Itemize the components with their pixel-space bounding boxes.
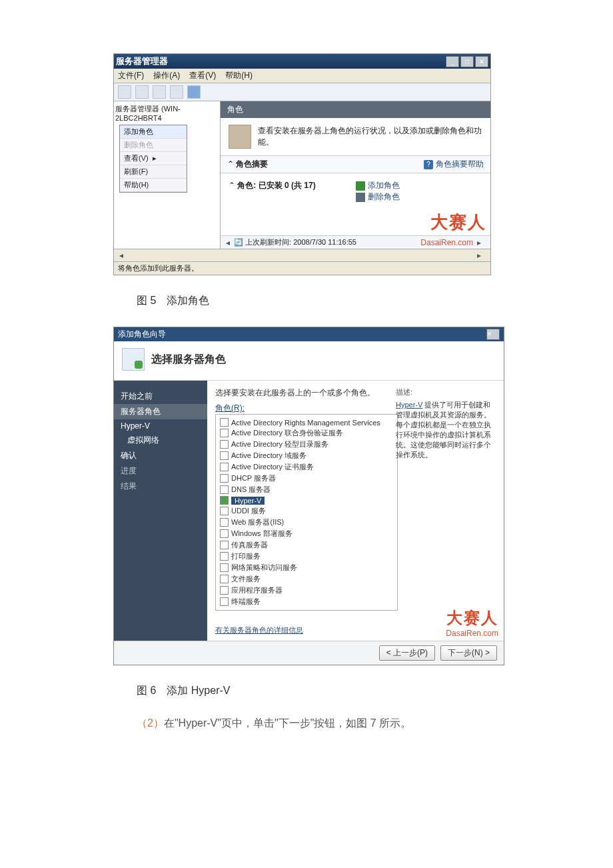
- menu-help[interactable]: 帮助(H): [225, 70, 253, 81]
- role-item: DHCP 服务器: [220, 473, 393, 484]
- ctx-add-role[interactable]: 添加角色: [120, 125, 187, 139]
- watermark-url: DasaiRen.com: [420, 238, 473, 247]
- nav-step: 结果: [114, 479, 207, 494]
- help-icon[interactable]: [187, 85, 201, 99]
- content-banner: 查看安装在服务器上角色的运行状况，以及添加或删除角色和功能。: [221, 118, 490, 156]
- desc-link[interactable]: Hyper-V: [396, 401, 422, 409]
- role-item: DNS 服务器: [220, 484, 393, 495]
- scroll-right-icon[interactable]: ▸: [477, 238, 481, 247]
- role-item: UDDI 服务: [220, 505, 393, 517]
- role-description: 描述: Hyper-V 提供了可用于创建和管理虚拟机及其资源的服务。每个虚拟机都…: [396, 387, 496, 460]
- wizard-titlebar: 添加角色向导 ×: [114, 327, 504, 341]
- role-item: 打印服务: [220, 551, 393, 562]
- close-button[interactable]: ×: [486, 329, 500, 340]
- nav-step[interactable]: 确认: [114, 448, 207, 463]
- help-icon: ?: [424, 160, 433, 169]
- role-item: 网络策略和访问服务: [220, 562, 393, 573]
- section-toggle[interactable]: ⌃ 角色: 已安装 0 (共 17): [229, 180, 316, 191]
- add-role-link[interactable]: 添加角色: [356, 180, 400, 191]
- wizard-title: 添加角色向导: [118, 329, 166, 340]
- role-item: Active Directory 证书服务: [220, 461, 393, 473]
- nav-step[interactable]: 虚拟网络: [114, 433, 207, 448]
- nav-forward-icon[interactable]: [135, 85, 149, 99]
- watermark: 大赛人: [221, 209, 490, 235]
- scroll-left-icon[interactable]: ◂: [119, 251, 123, 260]
- menu-view[interactable]: 查看(V): [189, 70, 216, 81]
- nav-step[interactable]: Hyper-V: [114, 419, 207, 433]
- content-header: 角色: [221, 101, 490, 118]
- more-info-link[interactable]: 有关服务器角色的详细信息: [215, 625, 303, 635]
- role-item: Active Directory 联合身份验证服务: [220, 427, 393, 439]
- ctx-refresh[interactable]: 刷新(F): [120, 165, 187, 179]
- roles-listbox[interactable]: Active Directory Rights Management Servi…: [215, 414, 398, 611]
- ctx-view[interactable]: 查看(V) ▸: [120, 152, 187, 165]
- roles-icon: [229, 125, 251, 149]
- window-titlebar: 服务器管理器 _ □ ×: [114, 54, 490, 69]
- banner-text: 查看安装在服务器上角色的运行状况，以及添加或删除角色和功能。: [258, 125, 482, 148]
- context-menu: 添加角色 删除角色 查看(V) ▸ 刷新(F) 帮助(H): [119, 125, 187, 193]
- screenshot-add-role-wizard: 添加角色向导 × 选择服务器角色 开始之前 服务器角色 Hyper-V 虚拟网络…: [113, 327, 504, 665]
- wizard-footer: < 上一步(P) 下一步(N) >: [114, 641, 504, 665]
- window-title: 服务器管理器: [116, 55, 168, 67]
- role-item: 传真服务器: [220, 539, 393, 551]
- tree-root[interactable]: 服务器管理器 (WIN-2LBC2HBRT4: [115, 104, 219, 122]
- next-button[interactable]: 下一步(N) >: [440, 645, 497, 661]
- refresh-time: 🔄 上次刷新时间: 2008/7/30 11:16:55: [234, 237, 356, 247]
- section-toggle[interactable]: ⌃ 角色摘要: [227, 159, 268, 170]
- role-item: Active Directory 轻型目录服务: [220, 439, 393, 450]
- role-item: Web 服务器(IIS): [220, 517, 393, 528]
- screenshot-server-manager: 服务器管理器 _ □ × 文件(F) 操作(A) 查看(V) 帮助(H) 服务器…: [113, 53, 491, 275]
- ctx-help[interactable]: 帮助(H): [120, 179, 187, 192]
- menu-action[interactable]: 操作(A): [153, 70, 180, 81]
- add-icon: [356, 181, 365, 191]
- scroll-left-icon[interactable]: ◂: [226, 238, 230, 247]
- role-item: Windows 部署服务: [220, 528, 393, 539]
- scroll-right-icon[interactable]: ▸: [477, 251, 481, 260]
- summary-help-link[interactable]: ? 角色摘要帮助: [424, 159, 484, 170]
- role-item: Active Directory 域服务: [220, 450, 393, 461]
- role-item-selected: Hyper-V: [220, 495, 393, 505]
- nav-step[interactable]: 开始之前: [114, 389, 207, 404]
- nav-step: 进度: [114, 463, 207, 479]
- wizard-icon: [122, 348, 145, 371]
- figure-caption: 图 6 添加 Hyper-V: [137, 684, 573, 698]
- checkbox-checked-icon: [220, 496, 229, 505]
- toolbar-icon[interactable]: [153, 85, 166, 99]
- delete-icon: [356, 193, 365, 202]
- close-button[interactable]: ×: [475, 56, 488, 67]
- toolbar: [114, 83, 490, 101]
- role-item: 文件服务: [220, 573, 393, 585]
- toolbar-icon[interactable]: [170, 85, 183, 99]
- wizard-main: 选择要安装在此服务器上的一个或多个角色。 角色(R): Active Direc…: [207, 381, 504, 641]
- delete-role-link[interactable]: 删除角色: [356, 191, 400, 203]
- figure-caption: 图 5 添加角色: [137, 294, 573, 308]
- nav-step-selected[interactable]: 服务器角色: [114, 404, 207, 419]
- ctx-delete-role: 删除角色: [120, 139, 187, 152]
- watermark: 大赛人 DasaiRen.com: [446, 607, 498, 638]
- navigation-tree[interactable]: 服务器管理器 (WIN-2LBC2HBRT4 添加角色 删除角色 查看(V) ▸…: [114, 101, 221, 249]
- status-bar: 将角色添加到此服务器。: [114, 261, 490, 275]
- menu-file[interactable]: 文件(F): [118, 70, 144, 81]
- role-item: 应用程序服务器: [220, 585, 393, 596]
- wizard-heading: 选择服务器角色: [151, 353, 226, 367]
- nav-back-icon[interactable]: [118, 85, 131, 99]
- prev-button[interactable]: < 上一步(P): [379, 645, 435, 661]
- role-item: 终端服务: [220, 596, 393, 607]
- body-text: （2）在"Hyper-V"页中，单击"下一步"按钮，如图 7 所示。: [137, 717, 573, 731]
- minimize-button[interactable]: _: [446, 56, 459, 67]
- content-pane: 角色 查看安装在服务器上角色的运行状况，以及添加或删除角色和功能。 ⌃ 角色摘要…: [221, 101, 490, 249]
- maximize-button[interactable]: □: [460, 56, 474, 67]
- wizard-header: 选择服务器角色: [114, 341, 504, 381]
- menu-bar: 文件(F) 操作(A) 查看(V) 帮助(H): [114, 69, 490, 83]
- role-item: Active Directory Rights Management Servi…: [220, 417, 393, 427]
- wizard-nav: 开始之前 服务器角色 Hyper-V 虚拟网络 确认 进度 结果: [114, 381, 207, 641]
